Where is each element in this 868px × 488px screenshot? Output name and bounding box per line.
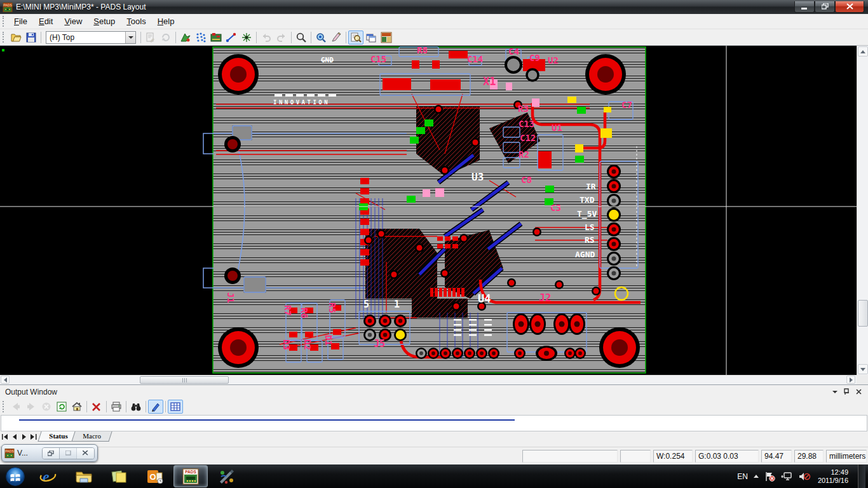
scroll-down-button[interactable] bbox=[858, 364, 868, 374]
vertical-scrollbar[interactable] bbox=[857, 46, 868, 375]
chevron-down-icon[interactable] bbox=[125, 32, 135, 43]
board-label-T_5V: T_5V bbox=[577, 209, 597, 219]
redraw-button[interactable] bbox=[158, 30, 173, 44]
move-mode-button[interactable] bbox=[178, 30, 193, 44]
hidden-icons-arrow[interactable] bbox=[754, 475, 759, 478]
refdes-C14: C14 bbox=[467, 54, 483, 64]
scroll-left-button[interactable] bbox=[1, 376, 10, 384]
menu-edit[interactable]: Edit bbox=[33, 15, 58, 28]
start-button[interactable] bbox=[0, 464, 31, 488]
minimized-document-window[interactable]: PADS V... bbox=[1, 444, 98, 462]
tab-first-button[interactable] bbox=[0, 432, 10, 442]
refdes-R5: R5 bbox=[327, 302, 337, 313]
taskbar-clock[interactable]: 12:49 2011/9/16 bbox=[818, 468, 848, 485]
horizontal-scroll-thumb[interactable] bbox=[140, 376, 229, 384]
menu-setup[interactable]: Setup bbox=[88, 15, 121, 28]
child-maximize-button[interactable] bbox=[60, 448, 77, 459]
vertical-scroll-thumb[interactable] bbox=[858, 300, 868, 327]
refdes-R7: R7 bbox=[283, 305, 293, 316]
add-route-button[interactable] bbox=[224, 30, 239, 44]
new-window-button[interactable] bbox=[363, 30, 379, 44]
nav-forward-button[interactable] bbox=[24, 400, 39, 414]
board-label-RS: RS bbox=[585, 235, 595, 245]
volume-muted-icon[interactable] bbox=[799, 471, 811, 482]
taskbar-sticky-notes[interactable] bbox=[102, 465, 137, 487]
open-file-button[interactable] bbox=[8, 30, 24, 44]
toolbar-grip[interactable] bbox=[3, 401, 6, 412]
menu-tools[interactable]: Tools bbox=[121, 15, 151, 28]
taskbar-pads-layout[interactable]: PADS bbox=[173, 465, 208, 487]
menu-file[interactable]: File bbox=[8, 15, 33, 28]
restore-button[interactable] bbox=[815, 1, 835, 13]
network-icon[interactable] bbox=[781, 471, 793, 482]
grid-view-button[interactable] bbox=[168, 400, 183, 414]
toolbar-separator bbox=[311, 32, 311, 43]
action-center-flag-icon[interactable] bbox=[764, 471, 775, 482]
view-nets-button[interactable] bbox=[313, 30, 329, 44]
pads-app-icon: PADS bbox=[3, 3, 13, 12]
menu-view[interactable]: View bbox=[58, 15, 88, 28]
print-button[interactable] bbox=[109, 400, 124, 414]
pen-button[interactable] bbox=[148, 400, 163, 414]
find-binoculars-button[interactable] bbox=[128, 400, 144, 414]
save-file-button[interactable] bbox=[24, 30, 39, 44]
tab-prev-button[interactable] bbox=[10, 432, 19, 442]
show-desktop-button[interactable] bbox=[858, 464, 865, 488]
tab-macro[interactable]: Macro bbox=[72, 431, 112, 442]
minimized-window-title: V... bbox=[17, 449, 28, 458]
panel-close-icon[interactable] bbox=[856, 389, 862, 395]
pour-button[interactable] bbox=[329, 30, 344, 44]
scroll-right-button[interactable] bbox=[846, 376, 855, 384]
home-button[interactable] bbox=[69, 400, 85, 414]
toolbar-grip[interactable] bbox=[3, 16, 6, 26]
nav-stop-button[interactable] bbox=[39, 400, 54, 414]
toolbar-grip[interactable] bbox=[3, 32, 6, 43]
pads-router-button[interactable] bbox=[379, 30, 394, 44]
tab-last-button[interactable] bbox=[29, 432, 38, 442]
refdes-R8: R8 bbox=[417, 46, 428, 55]
scroll-up-button[interactable] bbox=[858, 46, 868, 57]
toolbar-separator bbox=[146, 401, 146, 412]
horizontal-scrollbar[interactable] bbox=[0, 375, 857, 384]
language-indicator[interactable]: EN bbox=[737, 472, 748, 481]
redo-button[interactable] bbox=[274, 30, 289, 44]
status-field-0 bbox=[522, 450, 618, 463]
board-setup-button[interactable] bbox=[208, 30, 224, 44]
close-button[interactable] bbox=[835, 1, 864, 13]
taskbar-windows-explorer[interactable] bbox=[67, 465, 101, 487]
undo-button[interactable] bbox=[259, 30, 274, 44]
main-toolbar: (H) Top bbox=[0, 29, 868, 46]
taskbar-design-tool[interactable] bbox=[209, 465, 243, 487]
tray-date: 2011/9/16 bbox=[818, 477, 848, 485]
status-field-6: millimeters bbox=[826, 450, 867, 463]
tab-next-button[interactable] bbox=[19, 432, 29, 442]
svg-text:O: O bbox=[149, 472, 156, 482]
refdes-U2: U2 bbox=[548, 55, 559, 65]
status-bar: W:0.254G:0.03 0.0394.4729.88millimeters bbox=[0, 447, 868, 464]
pin-icon[interactable] bbox=[844, 388, 850, 395]
refdes-D2: D2 bbox=[302, 339, 313, 350]
window-title: E:\MINI MP3\MiniMP3* - PADS Layout bbox=[16, 3, 146, 11]
svg-text:e: e bbox=[43, 468, 50, 485]
title-bar[interactable]: PADS E:\MINI MP3\MiniMP3* - PADS Layout bbox=[0, 0, 868, 14]
fanout-button[interactable] bbox=[239, 30, 254, 44]
taskbar-internet-explorer[interactable]: e bbox=[31, 465, 65, 487]
nav-back-button[interactable] bbox=[8, 400, 24, 414]
toolbar-separator bbox=[175, 32, 176, 43]
minimize-button[interactable] bbox=[794, 1, 815, 13]
child-restore-button[interactable] bbox=[43, 448, 60, 459]
svg-text:PADS: PADS bbox=[3, 3, 12, 6]
taskbar-outlook[interactable]: O bbox=[138, 465, 172, 487]
menu-help[interactable]: Help bbox=[152, 15, 180, 28]
child-close-button[interactable] bbox=[77, 448, 94, 459]
design-canvas[interactable]: C15R8C14C4C9U2X1C7R3C13C12R2U1C8C3J2J5J1… bbox=[0, 46, 857, 375]
drafting-toolbar-button[interactable] bbox=[348, 30, 363, 44]
output-window-content[interactable] bbox=[1, 415, 867, 431]
properties-button[interactable] bbox=[143, 30, 158, 44]
zoom-button[interactable] bbox=[294, 30, 309, 44]
layer-selector-dropdown[interactable]: (H) Top bbox=[46, 31, 136, 44]
refresh-button[interactable] bbox=[54, 400, 69, 414]
disperse-button[interactable] bbox=[193, 30, 208, 44]
panel-dropdown-icon[interactable] bbox=[832, 391, 837, 393]
delete-red-button[interactable] bbox=[89, 400, 104, 414]
